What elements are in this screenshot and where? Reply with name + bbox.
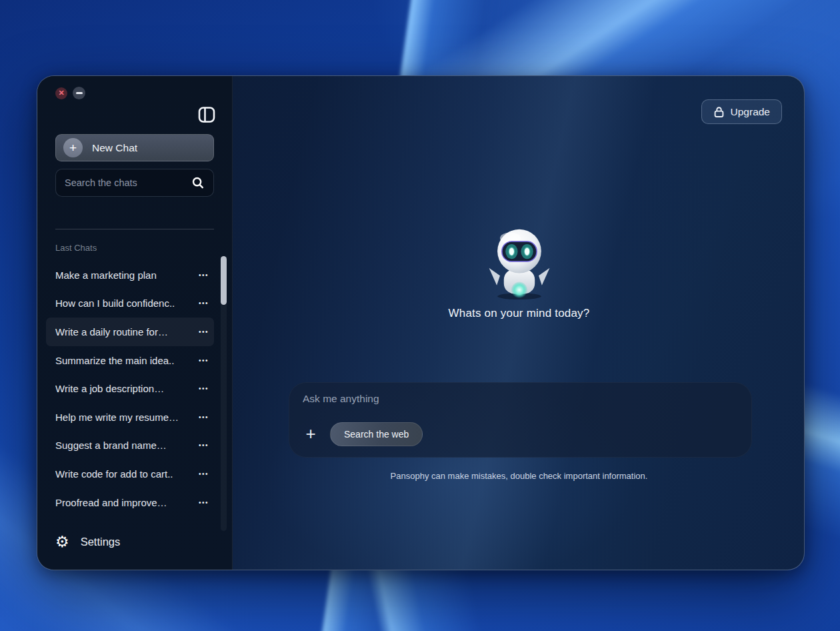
attach-plus-icon[interactable]: +	[300, 424, 321, 445]
hero: Whats on your mind today?	[233, 224, 805, 320]
chat-options-icon[interactable]: •••	[197, 297, 210, 309]
composer: + Search the web	[289, 382, 752, 458]
sidebar-scrollbar[interactable]	[221, 256, 227, 531]
sidebar-scrollbar-thumb[interactable]	[221, 256, 227, 305]
greeting-text: Whats on your mind today?	[449, 307, 590, 320]
chat-options-icon[interactable]: •••	[197, 411, 210, 424]
chat-options-icon[interactable]: •••	[197, 496, 210, 509]
chat-list-item[interactable]: How can I build confidenc.. •••	[46, 289, 214, 318]
window-controls: ✕	[55, 87, 85, 99]
chat-list-item[interactable]: Make a marketing plan •••	[46, 261, 214, 289]
close-window-icon[interactable]: ✕	[55, 87, 67, 99]
chat-search	[55, 169, 214, 197]
search-icon[interactable]	[191, 176, 205, 189]
lock-icon	[713, 106, 725, 118]
chat-list-item[interactable]: Summarize the main idea.. •••	[46, 346, 214, 375]
upgrade-label: Upgrade	[731, 106, 770, 118]
upgrade-button[interactable]: Upgrade	[701, 99, 782, 124]
message-input[interactable]	[303, 393, 703, 405]
app-window: ✕ + New Chat Last Chats	[37, 75, 805, 570]
chat-options-icon[interactable]: •••	[197, 354, 210, 367]
settings-label: Settings	[81, 536, 121, 548]
sidebar-divider	[55, 229, 214, 229]
chat-options-icon[interactable]: •••	[197, 269, 210, 281]
new-chat-label: New Chat	[92, 142, 137, 154]
chat-list-item[interactable]: Suggest a brand name… •••	[46, 432, 214, 460]
chat-list-item[interactable]: Proofread and improve… •••	[46, 488, 214, 517]
robot-mascot	[481, 224, 558, 301]
last-chats-label: Last Chats	[55, 243, 97, 253]
search-web-label: Search the web	[344, 429, 409, 440]
chat-options-icon[interactable]: •••	[197, 382, 210, 395]
gear-icon: ⚙	[55, 534, 69, 550]
chat-list-item[interactable]: Write a job description… •••	[46, 374, 214, 403]
plus-icon: +	[63, 138, 83, 157]
chat-list-item[interactable]: Help me write my resume… •••	[46, 403, 214, 432]
chat-list-item-selected[interactable]: Write a daily routine for… •••	[46, 318, 214, 346]
chat-options-icon[interactable]: •••	[197, 326, 210, 338]
minimize-window-icon[interactable]	[73, 87, 85, 99]
search-web-button[interactable]: Search the web	[330, 422, 423, 446]
chat-list: Make a marketing plan ••• How can I buil…	[46, 261, 214, 516]
disclaimer-text: Pansophy can make mistakes, double check…	[233, 471, 805, 481]
new-chat-button[interactable]: + New Chat	[55, 134, 214, 161]
sidebar-toggle-icon[interactable]	[197, 105, 216, 124]
settings-button[interactable]: ⚙ Settings	[55, 534, 120, 550]
chat-list-item[interactable]: Write code for add to cart.. •••	[46, 460, 214, 488]
chat-options-icon[interactable]: •••	[197, 468, 210, 480]
chat-options-icon[interactable]: •••	[197, 439, 210, 452]
sidebar: ✕ + New Chat Last Chats	[37, 76, 233, 570]
main-content: Upgrade	[233, 76, 805, 570]
chat-search-input[interactable]	[65, 177, 191, 188]
